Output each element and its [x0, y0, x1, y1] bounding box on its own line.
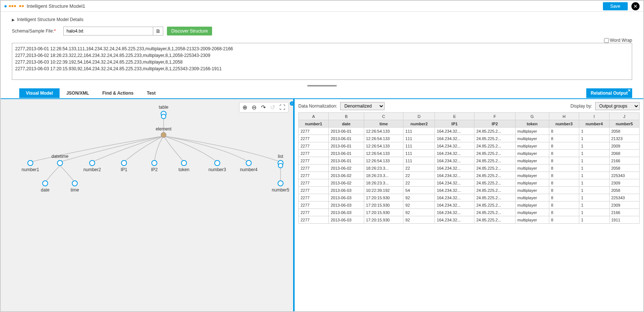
node-element[interactable]	[161, 132, 166, 138]
cell[interactable]: 8	[549, 172, 579, 179]
tab-test[interactable]: Test	[140, 88, 162, 98]
cell[interactable]: 2277	[299, 201, 329, 209]
cell[interactable]: 164.234.32...	[435, 201, 474, 209]
cell[interactable]: 2013-06-01	[329, 128, 364, 135]
column-header[interactable]: IP1	[435, 120, 474, 128]
cell[interactable]: multiplayer	[515, 194, 549, 201]
cell[interactable]: 8	[549, 179, 579, 187]
cell[interactable]: 164.234.32...	[435, 165, 474, 172]
cell[interactable]: 2277	[299, 194, 329, 201]
cell[interactable]: 2013-06-02	[329, 172, 364, 179]
table-row[interactable]: 22772013-06-0112:26:54.133111164.234.32.…	[299, 128, 640, 135]
cell[interactable]: 2013-06-03	[329, 194, 364, 201]
cell[interactable]: 2013-06-02	[329, 165, 364, 172]
cell[interactable]: 17:20:15.930	[364, 216, 403, 224]
cell[interactable]: 2277	[299, 165, 329, 172]
cell[interactable]: 22	[403, 172, 435, 179]
cell[interactable]: 92	[403, 209, 435, 216]
cell[interactable]: 1	[579, 135, 609, 142]
cell[interactable]: 164.234.32...	[435, 216, 474, 224]
column-header[interactable]: number2	[403, 120, 435, 128]
cell[interactable]: 1	[579, 209, 609, 216]
cell[interactable]: 2058	[609, 128, 640, 135]
cell[interactable]: 8	[549, 216, 579, 224]
node-date[interactable]	[43, 181, 48, 186]
cell[interactable]: 8	[549, 187, 579, 194]
cell[interactable]: 92	[403, 194, 435, 201]
column-header[interactable]: token	[515, 120, 549, 128]
cell[interactable]: multiplayer	[515, 157, 549, 165]
cell[interactable]: 24.85.225.2...	[474, 142, 515, 150]
horizontal-splitter[interactable]	[12, 84, 632, 88]
table-row[interactable]: 22772013-06-0218:26:23.3...22164.234.32.…	[299, 179, 640, 187]
cell[interactable]: 17:20:15.930	[364, 209, 403, 216]
cell[interactable]: 8	[549, 194, 579, 201]
table-row[interactable]: 22772013-06-0317:20:15.93092164.234.32..…	[299, 209, 640, 216]
node-number3[interactable]	[215, 160, 220, 166]
column-header[interactable]: IP2	[474, 120, 515, 128]
column-letter[interactable]: D	[403, 113, 435, 120]
cell[interactable]: 17:20:15.930	[364, 194, 403, 201]
cell[interactable]: 12:26:54.133	[364, 150, 403, 157]
node-number1[interactable]	[28, 160, 33, 166]
cell[interactable]: 17:20:15.930	[364, 201, 403, 209]
table-row[interactable]: 22772013-06-0112:26:54.133111164.234.32.…	[299, 157, 640, 165]
cell[interactable]: 1	[579, 216, 609, 224]
cell[interactable]: 22	[403, 179, 435, 187]
cell[interactable]: 8	[549, 128, 579, 135]
tab-find-actions[interactable]: Find & Actions	[95, 88, 140, 98]
node-number5[interactable]	[278, 181, 283, 186]
table-row[interactable]: 22772013-06-0317:20:15.93092164.234.32..…	[299, 194, 640, 201]
cell[interactable]: 2013-06-03	[329, 216, 364, 224]
cell[interactable]: 2013-06-03	[329, 201, 364, 209]
cell[interactable]: 54	[403, 187, 435, 194]
cell[interactable]: multiplayer	[515, 142, 549, 150]
cell[interactable]: 24.85.225.2...	[474, 157, 515, 165]
close-button[interactable]: ✕	[631, 2, 640, 10]
cell[interactable]: 10:22:39.192	[364, 187, 403, 194]
undo-icon[interactable]: ↺	[270, 104, 275, 111]
cell[interactable]: multiplayer	[515, 165, 549, 172]
cell[interactable]: 111	[403, 157, 435, 165]
table-row[interactable]: 22772013-06-0317:20:15.93092164.234.32..…	[299, 216, 640, 224]
close-icon[interactable]: ✕	[628, 88, 631, 92]
cell[interactable]: 111	[403, 135, 435, 142]
save-button[interactable]: Save	[603, 2, 628, 10]
cell[interactable]: 2013-06-02	[329, 179, 364, 187]
cell[interactable]: 2277	[299, 157, 329, 165]
cell[interactable]: 24.85.225.2...	[474, 216, 515, 224]
sample-text-box[interactable]: 2277,2013-06-01 12:26:54.133,111,164.234…	[12, 43, 632, 80]
cell[interactable]: 18:26:23.3...	[364, 179, 403, 187]
cell[interactable]: multiplayer	[515, 201, 549, 209]
cell[interactable]: 2013-06-03	[329, 209, 364, 216]
cell[interactable]: 1	[579, 157, 609, 165]
visual-model-panel[interactable]: ⊕ ⊖ ↷ ↺ ⛶ i	[1, 99, 295, 311]
cell[interactable]: 12:26:54.133	[364, 142, 403, 150]
cell[interactable]: 24.85.225.2...	[474, 165, 515, 172]
column-letter[interactable]: A	[299, 113, 329, 120]
column-letter[interactable]: E	[435, 113, 474, 120]
cell[interactable]: 8	[549, 165, 579, 172]
node-token[interactable]	[181, 160, 187, 166]
cell[interactable]: 164.234.32...	[435, 179, 474, 187]
cell[interactable]: 1	[579, 194, 609, 201]
cell[interactable]: 2013-06-01	[329, 142, 364, 150]
node-number4[interactable]	[246, 160, 251, 166]
tab-json-xml[interactable]: JSON/XML	[60, 88, 95, 98]
cell[interactable]: 164.234.32...	[435, 187, 474, 194]
display-select[interactable]: Output groups	[595, 102, 640, 110]
cell[interactable]: 1	[579, 142, 609, 150]
cell[interactable]: 1	[579, 150, 609, 157]
cell[interactable]: 18:26:23.3...	[364, 172, 403, 179]
cell[interactable]: 2277	[299, 150, 329, 157]
column-header[interactable]: number1	[299, 120, 329, 128]
column-header[interactable]: number4	[579, 120, 609, 128]
cell[interactable]: 24.85.225.2...	[474, 194, 515, 201]
cell[interactable]: multiplayer	[515, 179, 549, 187]
cell[interactable]: 24.85.225.2...	[474, 187, 515, 194]
fit-icon[interactable]: ⛶	[279, 104, 285, 111]
table-row[interactable]: 22772013-06-0310:22:39.19254164.234.32..…	[299, 187, 640, 194]
cell[interactable]: 1	[579, 172, 609, 179]
cell[interactable]: 2013-06-01	[329, 135, 364, 142]
column-letter[interactable]: H	[549, 113, 579, 120]
